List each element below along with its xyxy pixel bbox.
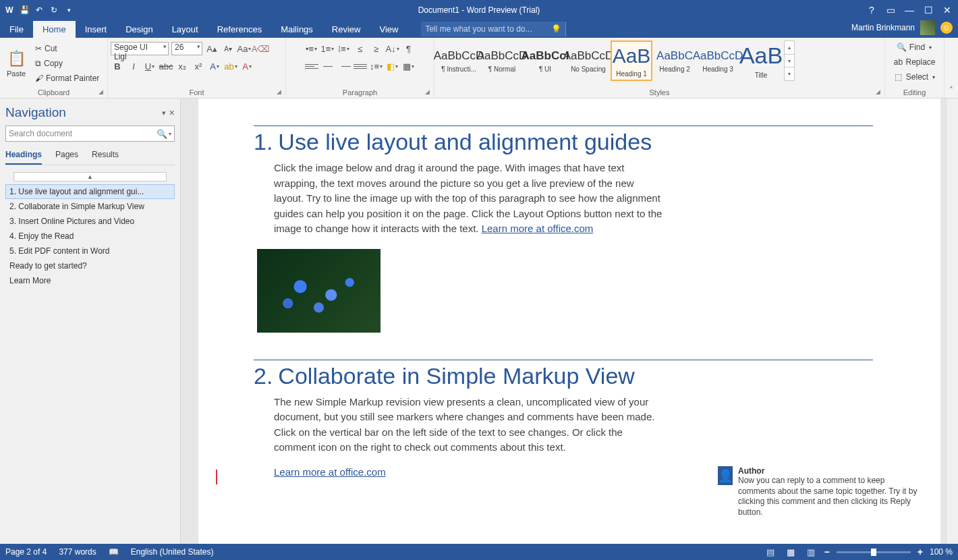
heading-2[interactable]: 2. Collaborate in Simple Markup View	[254, 360, 873, 389]
align-left-icon[interactable]	[305, 59, 318, 73]
vertical-scrollbar[interactable]	[946, 99, 958, 544]
language-indicator[interactable]: English (United States)	[131, 547, 214, 557]
style--instructi-[interactable]: AaBbCcD¶ Instructi...	[438, 40, 480, 81]
replace-button[interactable]: abReplace	[891, 55, 938, 69]
nav-options-icon[interactable]: ▾	[162, 109, 166, 117]
style-heading-3[interactable]: AaBbCcDHeading 3	[697, 40, 739, 81]
body-paragraph[interactable]: The new Simple Markup revision view pres…	[274, 395, 665, 455]
tab-file[interactable]: File	[0, 21, 33, 38]
show-marks-icon[interactable]: ¶	[402, 42, 416, 55]
strikethrough-icon[interactable]: abc	[159, 59, 173, 73]
grow-font-icon[interactable]: A▴	[205, 42, 219, 55]
minimize-icon[interactable]: —	[901, 3, 918, 18]
cut-button[interactable]: ✂Cut	[32, 42, 102, 55]
learn-more-link[interactable]: Learn more at office.com	[274, 466, 386, 478]
style-no-spacing[interactable]: AaBbCcDNo Spacing	[567, 40, 609, 81]
document-area[interactable]: 1. Use live layout and alignment guides …	[181, 99, 958, 544]
style-gallery-scroll[interactable]: ▴▾▾	[784, 40, 795, 81]
help-icon[interactable]: ?	[864, 3, 880, 18]
subscript-icon[interactable]: x₂	[175, 59, 189, 73]
decrease-indent-icon[interactable]: ≤	[354, 42, 367, 55]
style-heading-1[interactable]: AaBHeading 1	[611, 40, 652, 81]
qat-dropdown-icon[interactable]: ▾	[63, 5, 74, 16]
dialog-launcher-icon[interactable]: ◢	[98, 88, 103, 95]
tab-mailings[interactable]: Mailings	[271, 21, 322, 38]
word-count[interactable]: 377 words	[59, 547, 96, 557]
highlight-icon[interactable]: ab	[224, 59, 237, 73]
comment-balloon[interactable]: 👤 Author Now you can reply to a comment …	[718, 466, 920, 517]
nav-close-icon[interactable]: ✕	[169, 109, 175, 117]
dialog-launcher-icon[interactable]: ◢	[876, 88, 880, 95]
undo-icon[interactable]: ↶	[34, 5, 45, 16]
nav-heading-item[interactable]: 1. Use live layout and alignment gui...	[5, 184, 175, 199]
inline-image[interactable]	[257, 249, 381, 333]
style--ui[interactable]: AaBbCcI¶ UI	[524, 40, 566, 81]
align-center-icon[interactable]	[321, 59, 335, 73]
learn-more-link[interactable]: Learn more at office.com	[482, 223, 594, 234]
user-name[interactable]: Martin Brinkmann	[851, 23, 915, 32]
proofing-icon[interactable]: 📖	[109, 547, 119, 557]
dialog-launcher-icon[interactable]: ◢	[425, 88, 430, 95]
style--normal[interactable]: AaBbCcD¶ Normal	[481, 40, 523, 81]
zoom-level[interactable]: 100 %	[930, 547, 953, 557]
borders-icon[interactable]: ▦	[402, 59, 416, 73]
font-size-combo[interactable]: 26▾	[171, 42, 202, 55]
tab-review[interactable]: Review	[322, 21, 370, 38]
align-right-icon[interactable]	[337, 59, 351, 73]
repeat-icon[interactable]: ↻	[49, 5, 59, 16]
nav-tab-headings[interactable]: Headings	[5, 150, 42, 165]
dialog-launcher-icon[interactable]: ◢	[277, 88, 281, 95]
font-color-icon[interactable]: A	[240, 59, 254, 73]
multilevel-list-icon[interactable]: ⁞≡	[337, 42, 351, 55]
nav-tab-pages[interactable]: Pages	[55, 150, 78, 165]
revision-mark[interactable]	[216, 470, 217, 484]
nav-tab-results[interactable]: Results	[92, 150, 119, 165]
zoom-in-button[interactable]: +	[918, 547, 923, 557]
shrink-font-icon[interactable]: A▾	[221, 42, 235, 55]
tab-insert[interactable]: Insert	[76, 21, 117, 38]
page-indicator[interactable]: Page 2 of 4	[5, 547, 47, 557]
ribbon-display-icon[interactable]: ▭	[882, 3, 899, 18]
change-case-icon[interactable]: Aa	[237, 42, 251, 55]
bullets-icon[interactable]: •≡	[305, 42, 318, 55]
user-avatar[interactable]	[920, 20, 935, 35]
find-button[interactable]: 🔍Find▾	[895, 40, 934, 54]
tab-view[interactable]: View	[370, 21, 407, 38]
close-icon[interactable]: ✕	[939, 3, 955, 18]
tab-home[interactable]: Home	[33, 21, 76, 38]
text-effects-icon[interactable]: A	[208, 59, 221, 73]
heading-1[interactable]: 1. Use live layout and alignment guides	[254, 125, 873, 155]
style-title[interactable]: AaBTitle	[740, 40, 782, 81]
font-name-combo[interactable]: Segoe UI Ligl▾	[111, 42, 169, 55]
web-layout-icon[interactable]: ▥	[804, 547, 818, 557]
collapse-ribbon-icon[interactable]: ˄	[945, 38, 958, 98]
body-paragraph[interactable]: Click the image below and drag it around…	[274, 161, 665, 237]
line-spacing-icon[interactable]: ↕≡	[370, 59, 383, 73]
clear-formatting-icon[interactable]: A⌫	[254, 42, 267, 55]
nav-heading-item[interactable]: 4. Enjoy the Read	[5, 229, 175, 244]
nav-collapse-all-icon[interactable]: ▲	[13, 172, 167, 181]
select-button[interactable]: ⬚Select▾	[891, 70, 938, 84]
copy-button[interactable]: ⧉Copy	[32, 57, 102, 70]
print-layout-icon[interactable]: ▦	[784, 547, 797, 557]
sort-icon[interactable]: A↓	[386, 42, 399, 55]
underline-icon[interactable]: U	[143, 59, 157, 73]
nav-heading-item[interactable]: 2. Collaborate in Simple Markup View	[5, 199, 175, 214]
read-mode-icon[interactable]: ▤	[764, 547, 777, 557]
numbering-icon[interactable]: 1≡	[321, 42, 335, 55]
zoom-slider[interactable]	[837, 551, 911, 553]
style-heading-2[interactable]: AaBbCHeading 2	[654, 40, 696, 81]
increase-indent-icon[interactable]: ≥	[370, 42, 383, 55]
tell-me-box[interactable]: Tell me what you want to do... 💡	[421, 22, 566, 36]
tab-references[interactable]: References	[208, 21, 271, 38]
bold-icon[interactable]: B	[111, 59, 124, 73]
feedback-smiley-icon[interactable]: ☺	[940, 22, 953, 34]
shading-icon[interactable]: ◧	[386, 59, 399, 73]
nav-heading-item[interactable]: 5. Edit PDF content in Word	[5, 244, 175, 258]
tab-design[interactable]: Design	[116, 21, 162, 38]
paste-button[interactable]: 📋 Paste	[3, 49, 30, 78]
nav-search-input[interactable]: Search document 🔍 ▾	[5, 125, 175, 142]
maximize-icon[interactable]: ☐	[920, 3, 936, 18]
nav-heading-item[interactable]: Learn More	[5, 273, 175, 288]
nav-heading-item[interactable]: Ready to get started?	[5, 258, 175, 273]
